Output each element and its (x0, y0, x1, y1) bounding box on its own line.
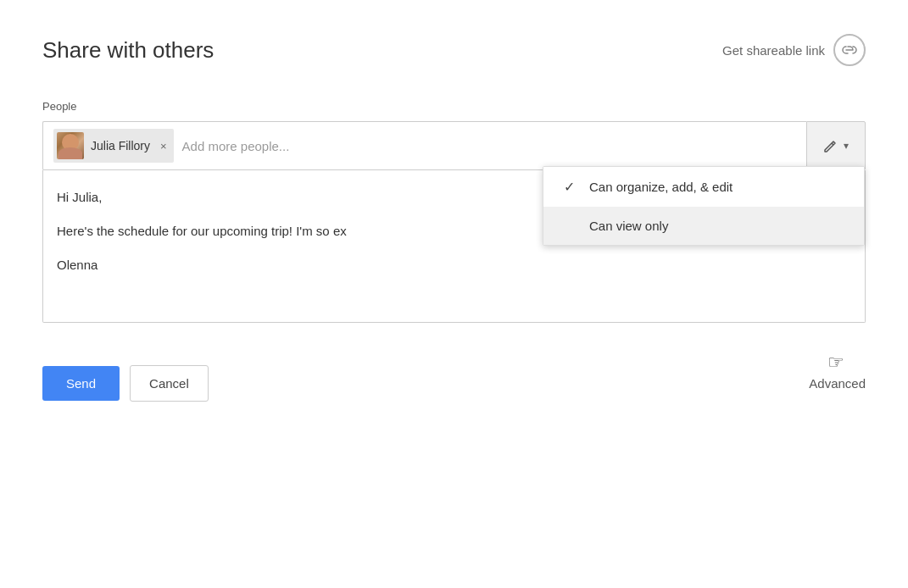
remove-person-button[interactable]: × (160, 140, 167, 153)
message-line-3: Olenna (57, 255, 851, 275)
check-icon: ✓ (560, 179, 577, 195)
add-more-placeholder: Add more people... (182, 139, 290, 153)
people-label: People (42, 100, 866, 113)
people-row: Julia Fillory × Add more people... ▾ ✓ C… (42, 121, 866, 170)
link-icon (833, 34, 866, 66)
send-button[interactable]: Send (42, 366, 120, 401)
shareable-link-label: Get shareable link (722, 43, 825, 58)
cancel-button[interactable]: Cancel (130, 365, 209, 402)
get-shareable-link-button[interactable]: Get shareable link (722, 34, 866, 66)
people-input-area[interactable]: Julia Fillory × Add more people... (42, 121, 806, 170)
permission-option-view[interactable]: Can view only (543, 207, 864, 245)
chevron-down-icon: ▾ (844, 140, 849, 152)
person-name: Julia Fillory (91, 139, 150, 153)
permission-view-label: Can view only (589, 219, 668, 233)
dialog-title: Share with others (42, 37, 214, 64)
dialog-header: Share with others Get shareable link (42, 34, 866, 66)
avatar (57, 132, 84, 159)
pencil-icon (823, 138, 838, 153)
permission-dropdown: ✓ Can organize, add, & edit Can view onl… (543, 166, 865, 246)
permission-organize-label: Can organize, add, & edit (589, 180, 733, 194)
permission-edit-button[interactable]: ▾ ✓ Can organize, add, & edit Can view o… (806, 121, 866, 170)
share-dialog: Share with others Get shareable link Peo… (0, 0, 908, 588)
person-chip: Julia Fillory × (53, 129, 174, 163)
permission-option-organize[interactable]: ✓ Can organize, add, & edit (543, 167, 864, 207)
dialog-footer: Send Cancel Advanced (42, 365, 866, 402)
advanced-button[interactable]: Advanced (809, 376, 866, 391)
